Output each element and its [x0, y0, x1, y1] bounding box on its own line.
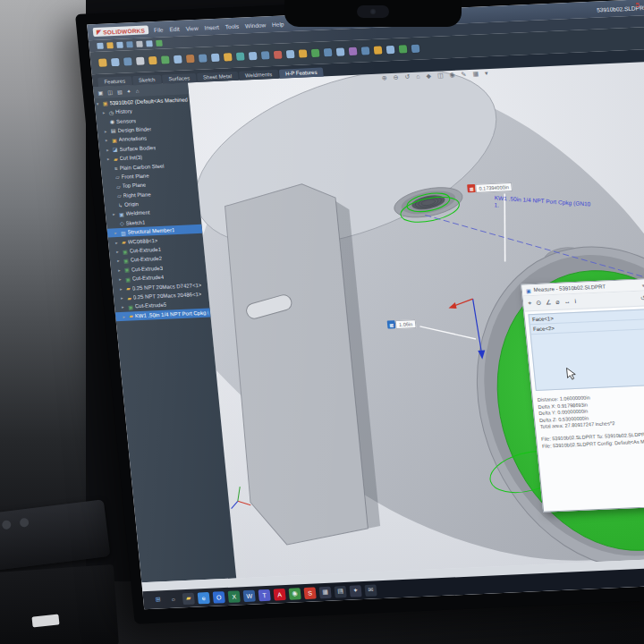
display-pane-icon[interactable]: ⌂	[135, 88, 139, 93]
command-tab[interactable]: Sketch	[132, 75, 162, 85]
toolbar-icon[interactable]	[106, 42, 114, 48]
taskbar-icon[interactable]: X	[228, 590, 241, 603]
command-icon[interactable]	[224, 53, 233, 61]
expand-arrow-icon[interactable]: ▸	[103, 110, 108, 115]
expand-arrow-icon[interactable]: ▸	[113, 212, 118, 217]
menu-item[interactable]: Window	[245, 21, 267, 29]
command-icon[interactable]	[186, 55, 195, 63]
command-icon[interactable]	[411, 45, 420, 53]
expand-arrow-icon[interactable]: ▸	[106, 138, 111, 143]
command-icon[interactable]	[136, 57, 145, 65]
taskbar-icon[interactable]: W	[243, 589, 256, 602]
view-tool-icon[interactable]: ▾	[485, 70, 488, 77]
toolbar-icon[interactable]	[146, 40, 153, 47]
taskbar-icon[interactable]: ▦	[318, 586, 331, 598]
toolbar-icon[interactable]	[136, 41, 143, 47]
command-icon[interactable]	[324, 48, 333, 56]
measure-callout[interactable]: ▦ 1.06in	[387, 319, 417, 329]
command-icon[interactable]	[374, 46, 383, 54]
taskbar-icon[interactable]: ▤	[334, 585, 346, 597]
view-tool-icon[interactable]: ◉	[449, 72, 455, 79]
menu-item[interactable]: File	[154, 26, 164, 32]
measure-tool-icon[interactable]: ↺	[640, 294, 644, 301]
featuremanager-icon[interactable]: ▣	[97, 89, 103, 96]
command-icon[interactable]	[249, 52, 258, 60]
taskbar-icon[interactable]: O	[213, 591, 225, 604]
command-icon[interactable]	[399, 45, 408, 53]
expand-arrow-icon[interactable]: ▸	[106, 147, 112, 152]
taskbar-icon[interactable]: e	[198, 591, 210, 604]
view-tool-icon[interactable]: ✎	[461, 71, 467, 78]
taskbar-icon[interactable]: ○	[167, 593, 180, 606]
command-icon[interactable]	[261, 51, 270, 59]
taskbar-icon[interactable]: ⊞	[152, 594, 165, 606]
command-icon[interactable]	[336, 47, 345, 55]
command-tab[interactable]: Features	[97, 76, 132, 87]
menu-item[interactable]: View	[185, 24, 199, 31]
command-icon[interactable]	[361, 47, 370, 55]
view-tool-icon[interactable]: ⊕	[381, 74, 387, 81]
dimxpert-icon[interactable]: ✦	[126, 88, 131, 94]
command-icon[interactable]	[123, 57, 132, 65]
toolbar-icon[interactable]	[126, 41, 133, 47]
taskbar-icon[interactable]: ▰	[182, 592, 195, 605]
expand-arrow-icon[interactable]: ▸	[117, 258, 123, 263]
view-tool-icon[interactable]: ⊖	[393, 74, 399, 81]
command-icon[interactable]	[174, 55, 182, 64]
expand-arrow-icon[interactable]: ▸	[105, 128, 110, 133]
menu-item[interactable]: Tools	[225, 22, 239, 30]
expand-arrow-icon[interactable]: ▸	[122, 304, 127, 309]
expand-arrow-icon[interactable]: ▸	[120, 285, 125, 291]
command-icon[interactable]	[111, 58, 120, 66]
command-icon[interactable]	[211, 54, 220, 62]
command-icon[interactable]	[161, 55, 170, 64]
measure-dialog[interactable]: ▣ Measure - 53910b02.SLDPRT ▾✕ ⌖⊙∠⌀↔i ↺⌂…	[521, 278, 644, 513]
configurations-icon[interactable]: ▤	[117, 89, 123, 95]
command-icon[interactable]	[349, 47, 358, 55]
command-icon[interactable]	[274, 51, 283, 59]
expand-arrow-icon[interactable]: ▾	[97, 100, 102, 106]
expand-arrow-icon[interactable]: ▸	[114, 230, 120, 235]
measure-tool-icon[interactable]: ⌖	[528, 300, 532, 307]
measure-tool-icon[interactable]: i	[574, 298, 576, 305]
propertymanager-icon[interactable]: ◫	[107, 89, 113, 95]
expand-arrow-icon[interactable]: ▸	[119, 276, 124, 282]
command-icon[interactable]	[199, 54, 208, 62]
command-tab[interactable]: Weldments	[239, 70, 279, 80]
command-icon[interactable]	[299, 49, 308, 57]
view-tool-icon[interactable]: ◆	[426, 72, 431, 80]
taskbar-icon[interactable]: S	[303, 587, 316, 599]
taskbar-icon[interactable]: ✉	[364, 584, 377, 597]
expand-arrow-icon[interactable]: ▸	[116, 249, 122, 254]
command-icon[interactable]	[311, 49, 320, 57]
expand-arrow-icon[interactable]: ▸	[118, 267, 123, 273]
measure-tool-icon[interactable]: ↔	[564, 298, 571, 305]
command-icon[interactable]	[286, 50, 295, 58]
toolbar-icon[interactable]	[97, 43, 104, 49]
measure-tool-icon[interactable]: ⊙	[536, 300, 542, 307]
command-icon[interactable]	[236, 52, 245, 60]
command-icon[interactable]	[148, 56, 157, 64]
measure-tool-icon[interactable]: ∠	[546, 299, 552, 306]
command-icon[interactable]	[386, 46, 395, 54]
taskbar-icon[interactable]: ✦	[349, 585, 361, 597]
expand-arrow-icon[interactable]: ▸	[121, 295, 126, 301]
view-tool-icon[interactable]: ◫	[437, 72, 444, 79]
expand-arrow-icon[interactable]: ▸	[123, 313, 128, 318]
command-icon[interactable]	[98, 58, 107, 66]
command-tab[interactable]: Sheet Metal	[197, 72, 239, 82]
taskbar-icon[interactable]: T	[258, 589, 271, 601]
command-tab[interactable]: Surfaces	[162, 73, 197, 84]
expand-arrow-icon[interactable]: ▸	[115, 240, 121, 245]
measure-selection-list[interactable]: Face<1>Face<2>	[528, 309, 644, 391]
view-tool-icon[interactable]: ⌂	[416, 73, 420, 80]
menu-item[interactable]: Help	[272, 21, 284, 28]
toolbar-icon[interactable]	[116, 42, 123, 48]
expand-arrow-icon[interactable]: ▸	[107, 156, 113, 161]
taskbar-icon[interactable]: A	[273, 589, 285, 601]
view-tool-icon[interactable]: ↺	[404, 73, 411, 80]
view-tool-icon[interactable]: ▦	[472, 71, 479, 78]
measure-tool-icon[interactable]: ⌀	[555, 299, 560, 306]
toolbar-icon[interactable]	[156, 40, 163, 47]
menu-item[interactable]: Insert	[204, 23, 219, 30]
